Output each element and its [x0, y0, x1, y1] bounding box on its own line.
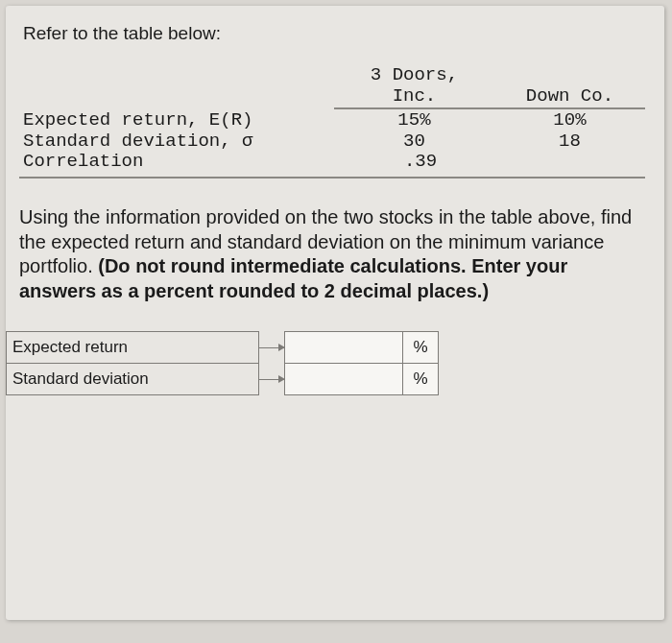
- question-text: Using the information provided on the tw…: [19, 205, 649, 303]
- cell-sd-b: 18: [494, 131, 645, 153]
- col-header-a-line2: Inc.: [393, 85, 437, 107]
- standard-deviation-input[interactable]: [286, 365, 401, 393]
- col-header-b: Down Co.: [526, 85, 613, 107]
- col-header-a-line1: 3 Doors,: [334, 65, 494, 86]
- row-label-er: Expected return, E(R): [19, 110, 334, 131]
- cell-er-a: 15%: [334, 110, 494, 131]
- cell-corr: .39: [349, 152, 492, 173]
- unit-percent-2: %: [403, 363, 439, 394]
- data-table: 3 Doors, Inc. Down Co. Expected return, …: [19, 65, 645, 179]
- answer-row-er-label: Expected return: [7, 331, 259, 363]
- intro-text: Refer to the table below:: [23, 23, 655, 44]
- arrow-icon: [259, 331, 285, 363]
- cell-sd-a: 30: [334, 131, 494, 153]
- answer-block: Expected return % Standard deviation %: [6, 331, 655, 395]
- expected-return-input[interactable]: [286, 333, 401, 362]
- cell-er-b: 10%: [494, 110, 645, 131]
- unit-percent-1: %: [403, 331, 439, 363]
- arrow-icon: [259, 363, 285, 394]
- answer-row-sd-label: Standard deviation: [7, 363, 259, 394]
- row-label-sd: Standard deviation, σ: [19, 131, 334, 153]
- row-label-corr: Correlation: [19, 152, 340, 173]
